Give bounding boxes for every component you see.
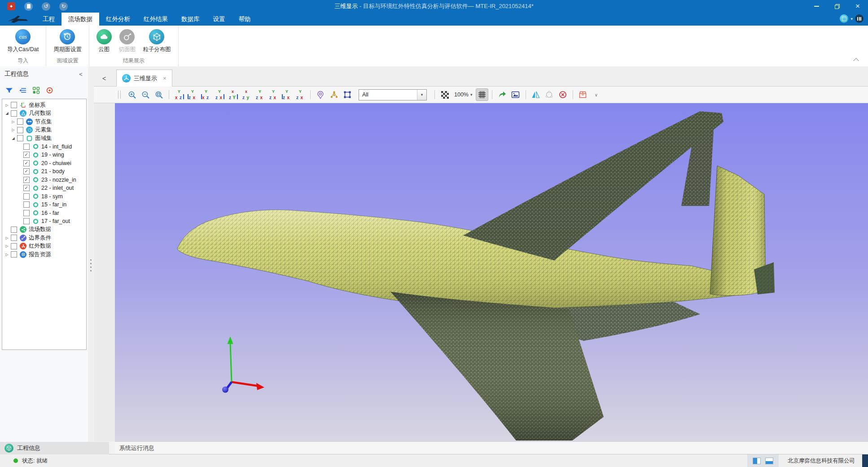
project-panel-footer-tab[interactable]: 工程信息: [0, 442, 109, 454]
box-select-icon[interactable]: [341, 88, 354, 101]
tree-item-coordinate-system[interactable]: ▷zxY坐标系: [2, 101, 86, 109]
view-bottom-icon[interactable]: xzy: [240, 88, 253, 101]
tree-checkbox[interactable]: [23, 144, 30, 150]
capture-caret-icon[interactable]: ▾: [850, 17, 853, 21]
library-icon[interactable]: [855, 14, 864, 23]
tree-expander-icon[interactable]: ▷: [4, 103, 10, 107]
ribbon-button-contour-map[interactable]: 云图: [93, 29, 115, 53]
tree-checkbox[interactable]: [23, 210, 30, 216]
tree-item-21-body[interactable]: ✓21 - body: [2, 167, 86, 176]
tree-checkbox[interactable]: ✓: [23, 152, 30, 158]
tree-item-geometry-data[interactable]: ◢几何数据: [2, 109, 86, 118]
tree-item-14-int-fluid[interactable]: 14 - int_fluid: [2, 143, 86, 151]
ribbon-button-periodic-face-setup[interactable]: 周期面设置: [50, 29, 85, 53]
view-top-icon[interactable]: xzY: [227, 88, 239, 101]
list-view-icon[interactable]: [18, 86, 27, 95]
target-icon[interactable]: [45, 86, 54, 95]
texture-icon[interactable]: [438, 88, 451, 101]
zoom-caret-icon[interactable]: ▾: [470, 92, 473, 97]
maximize-restore-button[interactable]: [827, 0, 847, 13]
tree-checkbox[interactable]: ✓: [23, 160, 30, 166]
tree-expander-icon[interactable]: ▷: [10, 120, 16, 124]
tab-3d-view[interactable]: 三维显示 ×: [116, 70, 172, 87]
tree-item-boundary-conditions[interactable]: ▷边界条件: [2, 234, 86, 242]
viewport-3d-canvas[interactable]: [115, 103, 868, 441]
menu-item-settings[interactable]: 设置: [206, 13, 232, 26]
view-left-icon[interactable]: Yxz: [200, 88, 212, 101]
tree-item-node-sets[interactable]: ▷节点集: [2, 118, 86, 126]
collapse-ribbon-icon[interactable]: [853, 58, 859, 64]
tree-item-element-sets[interactable]: ▷元素集: [2, 126, 86, 135]
export-icon[interactable]: [496, 88, 509, 101]
zoom-window-icon[interactable]: [153, 88, 165, 101]
tree-checkbox[interactable]: [11, 110, 17, 117]
ribbon-button-import-cas-dat[interactable]: cas导入Cas/Dat: [4, 29, 42, 53]
tree-item-17-far-out[interactable]: 17 - far_out: [2, 217, 86, 226]
minimize-button[interactable]: [806, 0, 827, 13]
tree-expander-icon[interactable]: ▷: [4, 236, 10, 240]
zoom-level-dropdown[interactable]: 100%▾: [454, 92, 473, 98]
tree-checkbox[interactable]: [23, 193, 30, 200]
tree-checkbox[interactable]: [11, 227, 17, 233]
remove-view-icon[interactable]: [557, 88, 569, 101]
tree-item-16-far[interactable]: 16 - far: [2, 209, 86, 218]
mesh-grid-icon[interactable]: [476, 88, 488, 101]
view-iso-3-icon[interactable]: Yzx: [281, 88, 293, 101]
resize-grip[interactable]: [862, 454, 868, 467]
toolbar-grip[interactable]: [118, 91, 121, 99]
save-scene-icon[interactable]: [577, 88, 589, 101]
tree-item-22-inlet-out[interactable]: ✓22 - inlet_out: [2, 184, 86, 192]
tree-item-face-sets[interactable]: ◢面域集: [2, 134, 86, 143]
close-button[interactable]: ×: [847, 0, 868, 13]
tree-item-23-nozzle-in[interactable]: ✓23 - nozzle_in: [2, 176, 86, 184]
layout-left-panel-icon[interactable]: [753, 458, 761, 464]
tree-item-15-far-in[interactable]: 15 - far_in: [2, 201, 86, 209]
layout-bottom-panel-icon[interactable]: [765, 458, 773, 464]
tree-checkbox[interactable]: [23, 201, 30, 208]
view-right-icon[interactable]: Yzx: [213, 88, 226, 101]
display-filter-combo[interactable]: All▾: [359, 89, 427, 100]
sphere-display-icon[interactable]: [543, 88, 556, 101]
tree-checkbox[interactable]: [11, 243, 17, 249]
menu-item-help[interactable]: 帮助: [232, 13, 258, 26]
undo-icon[interactable]: ↺: [42, 2, 50, 11]
zoom-in-icon[interactable]: [126, 88, 138, 101]
grid-view-icon[interactable]: [31, 86, 40, 95]
save-scene-caret-icon[interactable]: ∨: [590, 88, 603, 101]
menu-item-engineering[interactable]: 工程: [36, 13, 61, 26]
tree-expander-icon[interactable]: ▷: [10, 128, 16, 132]
tree-expander-icon[interactable]: ◢: [10, 136, 16, 140]
tree-checkbox[interactable]: ✓: [23, 185, 30, 191]
tree-item-infrared-data[interactable]: ▷红外数据: [2, 242, 86, 251]
tree-item-19-wing[interactable]: ✓19 - wing: [2, 151, 86, 159]
tree-item-flow-field-data[interactable]: 流场数据: [2, 226, 86, 234]
tree-checkbox[interactable]: [17, 118, 23, 125]
panel-collapse-icon[interactable]: <: [77, 71, 84, 78]
view-iso-4-icon[interactable]: Yzx: [294, 88, 307, 101]
tree-checkbox[interactable]: ✓: [23, 168, 30, 175]
tree-checkbox[interactable]: [11, 235, 17, 241]
message-panel-header[interactable]: 系统运行消息: [115, 441, 868, 454]
tree-expander-icon[interactable]: ◢: [4, 111, 10, 115]
snapshot-icon[interactable]: [509, 88, 522, 101]
ribbon-button-section-map[interactable]: 切面图: [115, 29, 140, 53]
tab-close-icon[interactable]: ×: [163, 75, 167, 82]
tree-expander-icon[interactable]: ▷: [4, 253, 10, 257]
zoom-out-icon[interactable]: [139, 88, 152, 101]
view-iso-2-icon[interactable]: Yzx: [267, 88, 280, 101]
tree-item-18-sym[interactable]: 18 - sym: [2, 192, 86, 201]
screen-capture-icon[interactable]: [840, 14, 848, 23]
view-back-icon[interactable]: Yzx: [186, 88, 199, 101]
new-document-icon[interactable]: [24, 2, 33, 11]
probe-pin-icon[interactable]: [314, 88, 327, 101]
tree-item-report-resources[interactable]: ▷报告资源: [2, 250, 86, 259]
view-iso-1-icon[interactable]: Yzx: [254, 88, 266, 101]
filter-icon[interactable]: [4, 86, 13, 95]
tree-checkbox[interactable]: [17, 127, 23, 133]
panel-splitter[interactable]: [88, 66, 94, 454]
tree-checkbox[interactable]: [11, 251, 17, 258]
tree-checkbox[interactable]: [23, 218, 30, 224]
tree-checkbox[interactable]: [11, 102, 17, 108]
tab-scroll-left-icon[interactable]: <: [96, 71, 112, 86]
tree-item-20-chuiwei[interactable]: ✓20 - chuiwei: [2, 159, 86, 168]
